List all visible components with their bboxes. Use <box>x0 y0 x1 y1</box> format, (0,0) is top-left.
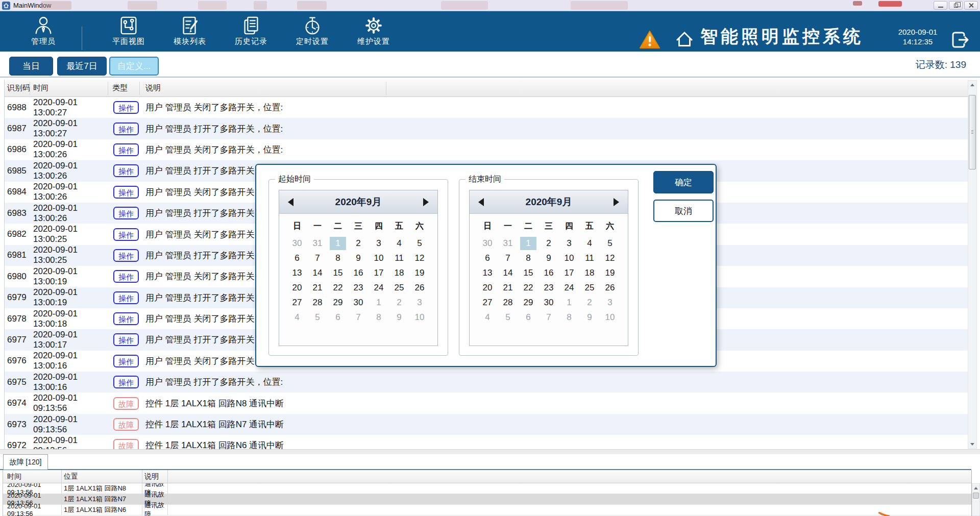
calendar-day[interactable]: 3 <box>559 238 579 249</box>
log-row[interactable]: 69872020-09-01 13:00:27操作用户 管理员 打开了多路开关，… <box>5 118 968 139</box>
calendar-day[interactable]: 13 <box>477 268 498 278</box>
calendar-day[interactable]: 5 <box>600 238 620 249</box>
calendar-day[interactable]: 17 <box>559 268 579 278</box>
calendar-day[interactable]: 11 <box>389 253 409 263</box>
calendar-day[interactable]: 5 <box>498 312 518 323</box>
calendar-day[interactable]: 11 <box>579 253 600 263</box>
scrollbar-thumb[interactable] <box>969 95 976 169</box>
calendar-day[interactable]: 14 <box>307 268 328 278</box>
calendar-day[interactable]: 3 <box>369 238 389 249</box>
calendar-day[interactable]: 1 <box>369 298 389 308</box>
fault-row[interactable]: 2020-09-01 09:13:561层 1ALX1箱 回路N6通讯故障 <box>3 505 971 515</box>
nav-item-1[interactable]: 管理员 <box>15 15 71 46</box>
calendar-day[interactable]: 15 <box>518 268 538 278</box>
calendar-day[interactable]: 7 <box>538 312 559 323</box>
close-button[interactable] <box>964 1 978 10</box>
calendar-day[interactable]: 2 <box>389 298 409 308</box>
calendar-day[interactable]: 29 <box>328 298 348 308</box>
nav-item-2[interactable]: 平面视图 <box>101 15 157 46</box>
scroll-up-arrow[interactable] <box>968 81 976 89</box>
calendar-day[interactable]: 29 <box>518 298 538 308</box>
calendar-day[interactable]: 25 <box>389 283 409 293</box>
calendar-day[interactable]: 24 <box>369 283 389 293</box>
calendar-day[interactable]: 6 <box>328 312 348 323</box>
next-month-icon[interactable] <box>423 198 429 206</box>
calendar-day[interactable]: 9 <box>538 253 559 263</box>
calendar-day[interactable]: 3 <box>409 298 430 308</box>
calendar-day[interactable]: 30 <box>287 238 307 249</box>
calendar-day[interactable]: 7 <box>307 253 328 263</box>
fault-tab[interactable]: 故障 [120] <box>3 454 48 470</box>
filter-button-3[interactable]: 自定义... <box>109 57 159 76</box>
calendar-day[interactable]: 24 <box>559 283 579 293</box>
scroll-down-arrow[interactable] <box>968 440 976 448</box>
column-header-time[interactable]: 时间 <box>33 83 111 93</box>
fault-column-desc[interactable]: 说明 <box>142 470 168 483</box>
cancel-button[interactable]: 取消 <box>653 200 714 222</box>
fault-column-time[interactable]: 时间 <box>3 470 62 483</box>
calendar-day[interactable]: 27 <box>477 298 498 308</box>
scrollbar-thumb[interactable] <box>973 493 979 499</box>
calendar-day[interactable]: 19 <box>409 268 430 278</box>
column-header-type[interactable]: 类型 <box>111 83 145 93</box>
calendar-day[interactable]: 28 <box>498 298 518 308</box>
calendar-day[interactable]: 2 <box>538 238 559 249</box>
calendar-day[interactable]: 4 <box>579 238 600 249</box>
ok-button[interactable]: 确定 <box>653 171 714 193</box>
calendar-day[interactable]: 31 <box>498 238 518 249</box>
next-month-icon[interactable] <box>614 198 619 206</box>
column-header-id[interactable]: 识别码 <box>5 83 33 93</box>
log-row[interactable]: 69882020-09-01 13:00:27操作用户 管理员 关闭了多路开关，… <box>5 97 968 118</box>
calendar-day[interactable]: 8 <box>518 253 538 263</box>
calendar-day[interactable]: 4 <box>477 312 498 323</box>
panel-splitter[interactable] <box>0 449 980 454</box>
calendar-day[interactable]: 9 <box>389 312 409 323</box>
calendar-day[interactable]: 18 <box>389 268 409 278</box>
calendar-day[interactable]: 16 <box>348 268 369 278</box>
calendar-day[interactable]: 1 <box>328 237 348 250</box>
main-table-scrollbar[interactable] <box>968 80 977 449</box>
calendar-day[interactable]: 13 <box>287 268 307 278</box>
calendar-day[interactable]: 30 <box>348 298 369 308</box>
calendar-day[interactable]: 26 <box>409 283 430 293</box>
prev-month-icon[interactable] <box>478 198 484 206</box>
calendar-day[interactable]: 10 <box>409 312 430 323</box>
calendar-day[interactable]: 4 <box>287 312 307 323</box>
calendar-day[interactable]: 31 <box>307 238 328 249</box>
calendar-day[interactable]: 30 <box>477 238 498 249</box>
filter-button-1[interactable]: 当日 <box>9 57 53 76</box>
calendar-day[interactable]: 22 <box>518 283 538 293</box>
nav-item-5[interactable]: 定时设置 <box>284 15 340 46</box>
alarm-warning-icon[interactable] <box>639 30 661 52</box>
calendar-day[interactable]: 21 <box>307 283 328 293</box>
calendar-day[interactable]: 8 <box>328 253 348 263</box>
calendar-day[interactable]: 6 <box>518 312 538 323</box>
calendar-day[interactable]: 20 <box>477 283 498 293</box>
log-row[interactable]: 69862020-09-01 13:00:26操作用户 管理员 关闭了多路开关，… <box>5 139 968 160</box>
calendar-day[interactable]: 16 <box>538 268 559 278</box>
calendar-day[interactable]: 6 <box>287 253 307 263</box>
calendar-day[interactable]: 19 <box>600 268 620 278</box>
nav-item-3[interactable]: 模块列表 <box>162 15 218 46</box>
calendar-day[interactable]: 9 <box>579 312 600 323</box>
calendar-day[interactable]: 5 <box>307 312 328 323</box>
calendar-day[interactable]: 1 <box>518 237 538 250</box>
log-row[interactable]: 69722020-09-01 09:13:56故障控件 1层 1ALX1箱 回路… <box>5 435 968 449</box>
calendar-day[interactable]: 30 <box>538 298 559 308</box>
calendar-day[interactable]: 1 <box>559 298 579 308</box>
calendar-day[interactable]: 9 <box>348 253 369 263</box>
home-icon[interactable] <box>674 28 695 54</box>
fault-table-scrollbar[interactable] <box>972 483 980 516</box>
calendar-day[interactable]: 7 <box>498 253 518 263</box>
calendar-day[interactable]: 14 <box>498 268 518 278</box>
calendar-day[interactable]: 12 <box>600 253 620 263</box>
calendar-day[interactable]: 8 <box>369 312 389 323</box>
calendar-day[interactable]: 25 <box>579 283 600 293</box>
nav-item-4[interactable]: 历史记录 <box>223 15 279 46</box>
calendar-day[interactable]: 12 <box>409 253 430 263</box>
nav-item-6[interactable]: 维护设置 <box>346 15 402 46</box>
logout-icon[interactable] <box>948 29 971 53</box>
log-row[interactable]: 69732020-09-01 09:13:56故障控件 1层 1ALX1箱 回路… <box>5 414 968 435</box>
calendar-day[interactable]: 17 <box>369 268 389 278</box>
calendar-day[interactable]: 26 <box>600 283 620 293</box>
